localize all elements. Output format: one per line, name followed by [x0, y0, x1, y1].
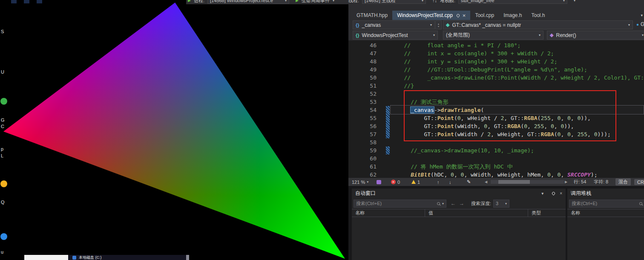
search-next-button[interactable]: → — [459, 200, 464, 206]
toolbar-icon-fragment — [11, 0, 17, 3]
code-line-62[interactable]: BitBlt(hDC, 0, 0, wWidth, wHeight, hMem,… — [394, 171, 644, 178]
search-icon[interactable] — [639, 202, 642, 205]
encoding-indicator[interactable]: 混合 — [615, 178, 631, 186]
chevron-down-icon: ▾ — [628, 23, 630, 27]
scrollbar-thumb[interactable] — [498, 180, 530, 184]
autos-panel-body[interactable] — [352, 217, 566, 260]
search-depth-value: 3 — [496, 201, 498, 206]
taskbar-white-box[interactable] — [24, 255, 68, 260]
prev-issue-button[interactable]: ↑ — [437, 178, 440, 186]
code-line-46[interactable]: // float angle = i * PI / 180°; — [394, 41, 644, 49]
code-line-51[interactable]: //} — [394, 82, 644, 90]
change-tracking-bar — [386, 146, 390, 154]
column-header-1[interactable]: 值 — [425, 209, 528, 217]
window-position-icon[interactable]: ▾ — [541, 191, 543, 196]
search-prev-button[interactable]: ← — [451, 200, 456, 206]
error-indicator[interactable]: ✕ 0 — [391, 178, 400, 186]
code-line-49[interactable]: // //GT::UTool::DebugPrint(L"angle = %d\… — [394, 66, 644, 74]
code-line-50[interactable]: // _canvas->drawLine(GT::Point(wWidth / … — [394, 74, 644, 82]
close-icon[interactable]: × — [463, 13, 466, 18]
code-token: // 将 hMem 的数据一次写入到 hDC 中 — [394, 163, 513, 170]
process-label: 进程: — [194, 0, 204, 4]
desktop-icon-label[interactable]: p — [1, 146, 3, 151]
nav-overflow-fragment: ● G — [636, 21, 644, 27]
desktop-icon-label[interactable]: Q — [1, 200, 5, 205]
eol-indicator[interactable]: CRLF — [634, 178, 644, 186]
desktop-icon-label[interactable]: C — [1, 124, 4, 129]
disk-label: 本地磁盘 (C:) — [79, 255, 102, 260]
tab-gtmath-hpp[interactable]: GTMATH.hpp — [352, 11, 392, 20]
scroll-left-arrow[interactable]: ◀ — [485, 178, 487, 186]
code-token: , — [561, 171, 567, 178]
continue-icon[interactable]: ▶ — [188, 0, 191, 3]
close-icon[interactable]: × — [560, 191, 562, 196]
taskbar-divider — [186, 255, 189, 260]
column-header-0[interactable]: 名称 — [352, 209, 425, 217]
desktop-icon-label[interactable]: S — [1, 29, 4, 34]
member-dropdown[interactable]: {} _canvas ▾ — [353, 20, 435, 29]
field-icon: {} — [356, 23, 359, 28]
next-issue-button[interactable]: ↓ — [449, 178, 451, 186]
code-token: // //GT::UTool::DebugPrint(L"angle = %d\… — [394, 66, 587, 73]
document-tabbar: GTMATH.hppWindowsProjectTest.cpp×Tool.cp… — [352, 11, 638, 20]
toolbar-overflow-icon[interactable]: ▾ — [574, 0, 575, 3]
desktop-icon[interactable] — [0, 98, 7, 105]
desktop-icon[interactable] — [0, 180, 7, 187]
tab-label: Tool.h — [532, 12, 545, 18]
nav-spinner[interactable]: ▲ ▼ — [435, 20, 442, 29]
thread-combo[interactable]: [14652] 主线程 ▾ — [362, 0, 426, 4]
desktop-icon-label[interactable]: G — [1, 117, 5, 123]
horizontal-scrollbar[interactable] — [491, 180, 564, 184]
tab-tool-cpp[interactable]: Tool.cpp — [470, 11, 499, 20]
column-header-2[interactable]: 类型 — [528, 209, 566, 217]
thread-label: 线程: — [348, 0, 359, 4]
desktop-icon[interactable] — [0, 233, 7, 240]
code-line-48[interactable]: // int y = sin(angle) * 300 + wHeight / … — [394, 57, 644, 66]
callstack-panel-header[interactable]: 调用堆栈 — [567, 189, 644, 198]
scope-dropdown[interactable]: (全局范围) ▾ — [443, 31, 543, 40]
callstack-search-input[interactable]: 搜索(Ctrl+E) — [569, 200, 644, 208]
zoom-control[interactable]: 121 % ▾ — [352, 178, 368, 186]
autos-panel-title: 自动窗口 — [355, 190, 376, 197]
desktop-icon-label[interactable]: U — [1, 69, 4, 74]
taskbar-fragment: 本地磁盘 (C:) — [24, 255, 189, 260]
chevron-down-icon[interactable]: ▾ — [442, 202, 444, 206]
taskbar-dark-segment[interactable]: 本地磁盘 (C:) — [68, 255, 186, 260]
code-editor[interactable]: 4647484950515253545556575859606162 // fl… — [348, 40, 644, 178]
autos-search-input[interactable]: 搜索(Ctrl+E) ▾ — [354, 200, 446, 208]
search-depth-combo[interactable]: 3 ▾ — [493, 200, 509, 208]
chevron-down-icon: ▾ — [430, 23, 432, 27]
autos-panel-header[interactable]: 自动窗口 ▾ × — [352, 189, 566, 198]
step-icon[interactable]: ▶ — [296, 0, 299, 3]
spinner-down-icon[interactable]: ▼ — [437, 25, 440, 28]
feedback-icon[interactable] — [377, 178, 381, 186]
function-dropdown[interactable]: ◆ Render() ▾ — [547, 31, 644, 40]
code-line-60[interactable] — [394, 154, 644, 163]
code-line-59[interactable]: //_canvas->drawImage(10, 10, _image); — [394, 146, 644, 154]
stackframe-combo[interactable]: stbi_image_free ▾ — [458, 0, 567, 4]
process-combo[interactable]: [14568] WindowsProjectTest.e ▾ — [207, 0, 289, 4]
line-number: 57 — [348, 130, 377, 138]
code-line-47[interactable]: // int x = cos(angle) * 300 + wWidth / 2… — [394, 49, 644, 57]
declaration-dropdown[interactable]: ◆ GT::Canvas* _canvas = nullptr ▾ — [443, 20, 633, 29]
column-header-name[interactable]: 名称 — [567, 209, 644, 217]
desktop-icon-label[interactable]: L — [1, 153, 3, 158]
tab-overflow-icon[interactable]: ▾ — [641, 13, 643, 17]
warning-indicator[interactable]: 1 — [411, 178, 420, 186]
tab-windowsprojecttest-cpp[interactable]: WindowsProjectTest.cpp× — [392, 11, 470, 20]
pin-icon[interactable] — [456, 13, 460, 17]
tab-image-h[interactable]: Image.h — [499, 11, 526, 20]
project-dropdown-value: WindowsProjectTest — [362, 32, 408, 38]
desktop-icon-label[interactable]: u — [1, 249, 3, 254]
project-dropdown[interactable]: {} WindowsProjectTest ▾ — [353, 31, 438, 40]
code-line-61[interactable]: // 将 hMem 的数据一次写入到 hDC 中 — [394, 163, 644, 171]
frame-nav-icons[interactable]: ↑↓ — [432, 0, 437, 3]
editor-navbar-row1: {} _canvas ▾ ▲ ▼ ◆ GT::Canvas* _canvas =… — [348, 20, 644, 30]
declaration-dropdown-value: GT::Canvas* _canvas = nullptr — [452, 22, 521, 28]
lifecycle-events-button[interactable]: 生命周期事件 — [302, 0, 330, 4]
scroll-right-arrow[interactable]: ▶ — [565, 178, 567, 186]
pin-icon[interactable] — [552, 191, 556, 195]
tab-tool-h[interactable]: Tool.h — [527, 11, 550, 20]
callstack-panel-body[interactable] — [567, 217, 644, 260]
search-icon[interactable] — [437, 202, 440, 205]
